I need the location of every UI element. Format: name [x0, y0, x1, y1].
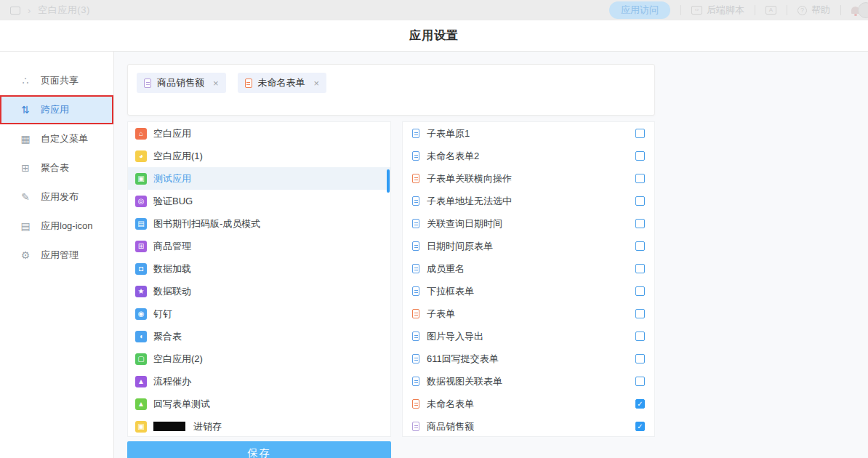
- app-access-button[interactable]: 应用访问: [609, 1, 670, 19]
- form-checkbox[interactable]: [635, 174, 645, 183]
- app-list-item[interactable]: ★ 数据联动: [128, 280, 390, 302]
- help-button[interactable]: ? 帮助: [797, 4, 830, 17]
- close-icon[interactable]: ×: [213, 78, 219, 89]
- form-list-item[interactable]: 611回写提交表单: [403, 347, 654, 370]
- sidebar-item-2[interactable]: ⇅ 跨应用: [0, 95, 113, 124]
- form-label: 商品销售额: [427, 420, 628, 433]
- app-list-item[interactable]: ▣ 测试应用: [128, 167, 390, 190]
- app-list-item[interactable]: ◎ 验证BUG: [128, 190, 390, 212]
- translate-button[interactable]: A: [765, 6, 776, 15]
- tag-label: 未命名表单: [258, 76, 305, 89]
- bag-app-icon: ◘: [135, 263, 147, 275]
- form-list-item[interactable]: 图片导入导出: [403, 325, 654, 347]
- sidebar-item-3[interactable]: ▦ 自定义菜单: [0, 124, 113, 153]
- translate-icon: A: [765, 6, 776, 15]
- scrollbar-thumb[interactable]: [387, 169, 390, 193]
- form-list-item[interactable]: 子表单地址无法选中: [403, 190, 654, 212]
- form-checkbox[interactable]: [635, 196, 645, 206]
- form-label: 未命名表单: [427, 398, 628, 411]
- camera-app-icon: ◎: [135, 196, 147, 207]
- sidebar-item-5[interactable]: ✎ 应用发布: [0, 182, 113, 212]
- app-list-item[interactable]: ◖ 聚合表: [128, 325, 390, 347]
- form-list-item[interactable]: 数据视图关联表单: [403, 370, 654, 393]
- form-label: 未命名表单2: [427, 150, 628, 163]
- form-list-item[interactable]: 子表单关联横向操作: [403, 167, 654, 190]
- app-label: 空白应用(2): [153, 353, 203, 366]
- breadcrumb: 空白应用(3): [38, 4, 89, 17]
- form-list-panel: 子表单原1 未命名表单2 子表单关联横向操作 子表单地址无法选中 关联查询日期时…: [402, 121, 655, 437]
- form-label: 子表单原1: [427, 127, 628, 140]
- sidebar-item-label: 应用log-icon: [41, 220, 93, 233]
- form-doc-icon: [412, 332, 419, 341]
- form-list-item[interactable]: 下拉框表单: [403, 280, 654, 302]
- sidebar-item-label: 聚合表: [41, 161, 69, 174]
- form-doc-icon: [412, 151, 419, 161]
- app-label: 进销存: [193, 420, 222, 433]
- form-doc-icon: [245, 79, 252, 88]
- app-label: 空白应用(1): [153, 150, 203, 163]
- form-checkbox[interactable]: [635, 264, 645, 273]
- divider: [840, 5, 841, 15]
- form-checkbox[interactable]: [635, 219, 645, 228]
- app-log-icon: ▤: [20, 220, 31, 232]
- form-doc-icon: [412, 264, 419, 273]
- sidebar-item-7[interactable]: ⚙ 应用管理: [0, 241, 113, 270]
- app-label: 数据联动: [153, 285, 191, 298]
- form-checkbox[interactable]: [635, 151, 645, 161]
- sidebar-item-4[interactable]: ⊞ 聚合表: [0, 153, 113, 182]
- redaction-box: [153, 422, 185, 431]
- avatar[interactable]: [858, 2, 868, 18]
- app-list-item[interactable]: ▲ 回写表单测试: [128, 393, 390, 415]
- form-checkbox[interactable]: ✓: [635, 422, 645, 431]
- divider: [755, 5, 755, 15]
- form-checkbox[interactable]: [635, 377, 645, 386]
- app-list-item[interactable]: ⌂ 空白应用: [128, 122, 390, 145]
- form-list-item[interactable]: 商品销售额 ✓: [403, 415, 654, 437]
- app-list-item[interactable]: ▲ 流程催办: [128, 370, 390, 393]
- sidebar: ∴ 页面共享 ⇅ 跨应用 ▦ 自定义菜单 ⊞ 聚合表 ✎ 应用发布 ▤ 应用lo…: [0, 52, 114, 458]
- divider: [787, 5, 787, 15]
- window-icon[interactable]: [10, 7, 20, 15]
- home-app-icon: ⌂: [135, 128, 147, 140]
- sidebar-list: ∴ 页面共享 ⇅ 跨应用 ▦ 自定义菜单 ⊞ 聚合表 ✎ 应用发布 ▤ 应用lo…: [0, 66, 113, 270]
- form-list-item[interactable]: 日期时间原表单: [403, 235, 654, 257]
- app-list-item[interactable]: ⊞ 商品管理: [128, 235, 390, 257]
- form-list-item[interactable]: 子表单: [403, 302, 654, 325]
- form-label: 子表单: [427, 308, 628, 321]
- form-list-item[interactable]: 关联查询日期时间: [403, 212, 654, 235]
- form-checkbox[interactable]: [635, 286, 645, 296]
- form-label: 日期时间原表单: [427, 240, 628, 253]
- sidebar-item-label: 跨应用: [41, 103, 69, 116]
- star-app-icon: ★: [135, 286, 147, 297]
- form-checkbox[interactable]: [635, 241, 645, 251]
- backend-script-button[interactable]: ‹› 后端脚本: [691, 4, 744, 17]
- form-list-item[interactable]: 未命名表单2: [403, 145, 654, 167]
- app-list-item[interactable]: ▣ 进销存: [128, 415, 390, 437]
- form-list-item[interactable]: 未命名表单 ✓: [403, 393, 654, 415]
- app-list-item[interactable]: ◘ 数据加载: [128, 257, 390, 280]
- form-checkbox[interactable]: [635, 129, 645, 138]
- form-doc-icon: [412, 241, 419, 251]
- app-list-item[interactable]: ◉ 钉钉: [128, 302, 390, 325]
- form-doc-icon: [412, 219, 419, 228]
- form-checkbox[interactable]: [635, 332, 645, 341]
- sidebar-item-1[interactable]: ∴ 页面共享: [0, 66, 113, 95]
- cross-app-arrows-icon: ⇅: [20, 104, 31, 116]
- sidebar-item-6[interactable]: ▤ 应用log-icon: [0, 212, 113, 241]
- question-icon: ?: [797, 6, 807, 15]
- app-label: 商品管理: [153, 240, 191, 253]
- app-list-item[interactable]: ◕ 空白应用(1): [128, 145, 390, 167]
- app-list-item[interactable]: ▢ 空白应用(2): [128, 347, 390, 370]
- app-list-item[interactable]: ▤ 图书期刊扫码版-成员模式: [128, 212, 390, 235]
- form-checkbox[interactable]: ✓: [635, 399, 645, 409]
- form-doc-icon: [144, 79, 151, 88]
- selected-form-tag: 未命名表单 ×: [238, 73, 327, 93]
- form-list-item[interactable]: 子表单原1: [403, 122, 654, 145]
- form-list-item[interactable]: 成员重名: [403, 257, 654, 280]
- save-button[interactable]: 保存: [127, 441, 391, 458]
- form-checkbox[interactable]: [635, 309, 645, 318]
- app-list: ⌂ 空白应用 ◕ 空白应用(1) ▣ 测试应用 ◎ 验证BUG ▤ 图书期刊扫码…: [128, 122, 390, 437]
- close-icon[interactable]: ×: [314, 78, 320, 89]
- message-app-icon: ▢: [135, 353, 147, 365]
- form-checkbox[interactable]: [635, 354, 645, 363]
